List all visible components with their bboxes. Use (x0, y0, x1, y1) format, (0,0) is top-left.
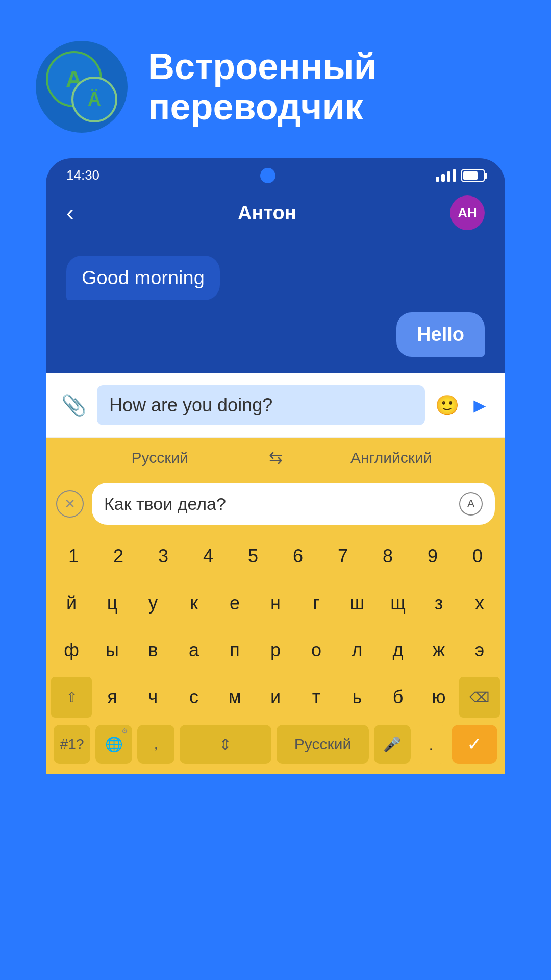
key-ц[interactable]: ц (92, 583, 133, 624)
signal-bar-1 (436, 177, 439, 182)
key-7[interactable]: 7 (322, 536, 363, 577)
avatar: АН (450, 195, 485, 230)
message-left: Good morning (66, 256, 220, 300)
key-л[interactable]: л (337, 630, 378, 671)
numbers-switch-key[interactable]: #1? (54, 725, 90, 764)
key-к[interactable]: к (173, 583, 214, 624)
key-я[interactable]: я (92, 677, 133, 718)
dot-key[interactable]: . (416, 725, 446, 764)
key-з[interactable]: з (418, 583, 459, 624)
chat-area: Good morning Hello (46, 240, 505, 373)
cursor-key[interactable]: ⇕ (180, 725, 272, 764)
key-5[interactable]: 5 (233, 536, 273, 577)
key-м[interactable]: м (214, 677, 255, 718)
key-8[interactable]: 8 (367, 536, 408, 577)
keyboard-row-3: ⇧ я ч с м и т ь б ю ⌫ (46, 674, 505, 721)
key-ы[interactable]: ы (92, 630, 133, 671)
key-4[interactable]: 4 (188, 536, 229, 577)
key-п[interactable]: п (214, 630, 255, 671)
clear-translation-button[interactable]: ✕ (56, 490, 84, 518)
translate-a-icon: A (467, 497, 475, 510)
space-key[interactable]: Русский (277, 725, 369, 764)
mic-key[interactable]: 🎤 (374, 725, 411, 764)
status-bar: 14:30 (46, 158, 505, 188)
key-2[interactable]: 2 (98, 536, 139, 577)
backspace-key[interactable]: ⌫ (459, 677, 500, 718)
key-9[interactable]: 9 (412, 536, 453, 577)
status-notch (260, 168, 276, 183)
battery-icon (461, 169, 485, 182)
key-в[interactable]: в (133, 630, 173, 671)
header-title: Встроенный переводчик (148, 46, 377, 127)
globe-key[interactable]: 🌐 ⚙ (95, 725, 132, 764)
header-section: A Ä Встроенный переводчик (0, 0, 551, 158)
key-т[interactable]: т (296, 677, 337, 718)
key-3[interactable]: 3 (143, 536, 184, 577)
lang-to-label[interactable]: Английский (293, 449, 490, 467)
key-ь[interactable]: ь (337, 677, 378, 718)
key-ч[interactable]: ч (133, 677, 173, 718)
key-ф[interactable]: ф (51, 630, 92, 671)
key-щ[interactable]: щ (378, 583, 418, 624)
shift-key[interactable]: ⇧ (51, 677, 92, 718)
translation-row: ✕ Как твои дела? A (46, 478, 505, 533)
message-right: Hello (396, 312, 485, 357)
number-row: 1 2 3 4 5 6 7 8 9 0 (46, 533, 505, 580)
cursor-icon: ⇕ (219, 736, 232, 753)
signal-bar-3 (447, 172, 450, 182)
key-й[interactable]: й (51, 583, 92, 624)
clear-icon: ✕ (64, 496, 76, 512)
key-1[interactable]: 1 (53, 536, 94, 577)
key-о[interactable]: о (296, 630, 337, 671)
gear-badge: ⚙ (121, 727, 128, 735)
key-и[interactable]: и (255, 677, 296, 718)
globe-icon: 🌐 (105, 736, 123, 753)
translation-input[interactable]: Как твои дела? A (92, 483, 495, 525)
nav-bar: ‹ Антон АН (46, 188, 505, 240)
keyboard-bottom-row: #1? 🌐 ⚙ , ⇕ Русский 🎤 . ✓ (46, 721, 505, 774)
key-у[interactable]: у (133, 583, 173, 624)
key-г[interactable]: г (296, 583, 337, 624)
translator-bar: Русский ⇆ Английский (46, 438, 505, 478)
confirm-key[interactable]: ✓ (452, 725, 497, 764)
signal-bar-4 (453, 169, 456, 182)
key-ж[interactable]: ж (418, 630, 459, 671)
key-д[interactable]: д (378, 630, 418, 671)
keyboard-row-2: ф ы в а п р о л д ж э (46, 627, 505, 674)
key-е[interactable]: е (214, 583, 255, 624)
comma-key[interactable]: , (137, 725, 174, 764)
signal-bar-2 (441, 174, 445, 182)
key-0[interactable]: 0 (457, 536, 498, 577)
logo-inner: A Ä (46, 51, 117, 122)
key-э[interactable]: э (459, 630, 500, 671)
key-6[interactable]: 6 (278, 536, 318, 577)
attach-icon[interactable]: 📎 (61, 394, 87, 418)
mic-icon: 🎤 (383, 736, 401, 753)
app-logo: A Ä (36, 41, 128, 133)
key-а[interactable]: а (173, 630, 214, 671)
phone-mockup: 14:30 ‹ Антон АН Good morning Hello (46, 158, 505, 774)
translate-icon-button[interactable]: A (459, 492, 483, 516)
lang-from-label[interactable]: Русский (61, 449, 259, 467)
status-time: 14:30 (66, 167, 99, 183)
message-input[interactable]: How are you doing? (97, 385, 425, 425)
keyboard-row-1: й ц у к е н г ш щ з х (46, 580, 505, 627)
key-с[interactable]: с (173, 677, 214, 718)
nav-title: Антон (84, 202, 450, 224)
battery-fill (463, 172, 478, 180)
signal-bars (436, 169, 456, 182)
key-ш[interactable]: ш (337, 583, 378, 624)
logo-circle-b: Ä (71, 77, 117, 122)
emoji-button[interactable]: 🙂 (435, 394, 459, 416)
key-х[interactable]: х (459, 583, 500, 624)
key-р[interactable]: р (255, 630, 296, 671)
key-н[interactable]: н (255, 583, 296, 624)
keyboard-area: Русский ⇆ Английский ✕ Как твои дела? A … (46, 438, 505, 774)
send-button[interactable]: ► (469, 394, 490, 417)
status-icons (436, 169, 485, 182)
key-ю[interactable]: ю (418, 677, 459, 718)
swap-languages-icon[interactable]: ⇆ (259, 448, 293, 468)
key-б[interactable]: б (378, 677, 418, 718)
back-button[interactable]: ‹ (66, 200, 74, 226)
message-right-wrapper: Hello (66, 312, 485, 357)
